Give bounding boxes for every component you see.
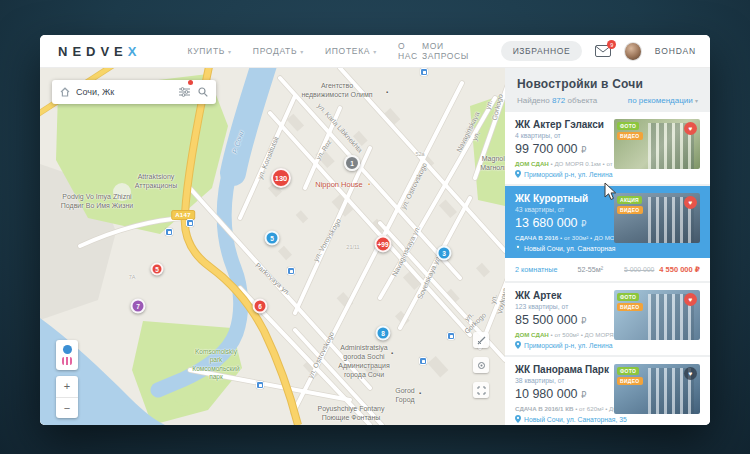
transit-layer-button[interactable] xyxy=(63,345,72,354)
pin-icon xyxy=(515,341,521,349)
photo-badge: ВИДЕО xyxy=(617,206,643,214)
mail-badge: 9 xyxy=(607,40,616,49)
photo-badge: ВИДЕО xyxy=(617,303,643,311)
favorite-button[interactable]: ♥ xyxy=(684,196,697,209)
zoom-in-button[interactable]: + xyxy=(56,376,78,398)
ruler-icon xyxy=(477,336,486,345)
my-requests-link[interactable]: МОИ ЗАПРОСЫ xyxy=(422,41,488,61)
listing-tags: ДОМ СДАН • ДО МОРЯ 0.1км • от 465м² xyxy=(515,160,608,167)
nav-item-продать[interactable]: ПРОДАТЬ▾ xyxy=(253,41,304,61)
map-marker[interactable]: 1 xyxy=(344,155,360,171)
username[interactable]: BOHDAN xyxy=(655,46,696,56)
map-marker[interactable]: 7 xyxy=(131,299,146,314)
subrow-new-price: 4 550 000 ₽ xyxy=(659,265,700,274)
listing-price: 99 700 000 ₽ xyxy=(515,142,608,156)
pin-icon xyxy=(515,170,521,178)
map-base xyxy=(40,68,505,425)
listing-address[interactable]: Новый Сочи, ул. Санаторная xyxy=(515,244,608,252)
map-marker[interactable]: 6 xyxy=(253,299,268,314)
favorites-button[interactable]: ИЗБРАННОЕ xyxy=(501,41,583,61)
subrow-old-price: 5 000 000 xyxy=(624,266,654,273)
sort-dropdown[interactable]: по рекомендации ▾ xyxy=(628,96,698,105)
listing-price: 10 980 000 ₽ xyxy=(515,387,608,401)
geolocate-button[interactable] xyxy=(473,357,489,373)
photo-badge: ВИДЕО xyxy=(617,132,643,140)
photo-badge: ФОТО xyxy=(617,367,639,375)
map-marker[interactable]: 5 xyxy=(151,263,164,276)
photo-badges: АКЦИЯВИДЕО xyxy=(617,196,643,214)
listing-address[interactable]: Новый Сочи, ул. Санаторная, 35 xyxy=(515,415,608,423)
measure-tool-button[interactable] xyxy=(473,332,489,348)
results-count: Найдено 872 объекта xyxy=(517,96,597,105)
favorite-button[interactable]: ♥ xyxy=(684,122,697,135)
listing-card[interactable]: ЖК Курортный 43 квартиры, от 13 680 000 … xyxy=(505,186,710,258)
pin-icon xyxy=(515,415,521,423)
fullscreen-button[interactable] xyxy=(473,382,489,398)
home-icon xyxy=(60,87,70,97)
listing-name: ЖК Курортный xyxy=(515,193,608,204)
listing-tags: ДОМ СДАН • от 500м² • ДО МОРЯ 0.1км xyxy=(515,331,608,338)
nav-item-ипотека[interactable]: ИПОТЕКА▾ xyxy=(325,41,377,61)
messages-button[interactable]: 9 xyxy=(595,45,611,57)
sidebar-title: Новостройки в Сочи xyxy=(517,77,698,91)
avatar[interactable] xyxy=(624,42,642,61)
listing-units: 123 квартиры, от xyxy=(515,303,608,310)
listing-subrow[interactable]: 2 комнатные52-55м²5 000 0004 550 000 ₽ xyxy=(505,258,710,281)
map-marker[interactable]: 3 xyxy=(437,246,452,261)
transit-stop-icon[interactable] xyxy=(447,332,455,340)
listing-card[interactable]: ЖК Актер Гэлакси 4 квартиры, от 99 700 0… xyxy=(505,112,710,184)
pin-icon xyxy=(515,244,521,252)
map-marker[interactable]: +99 xyxy=(375,236,392,253)
map-zoom-control: + − xyxy=(56,376,78,418)
map-marker[interactable]: 8 xyxy=(376,326,391,341)
transit-stop-icon[interactable] xyxy=(256,381,264,389)
transit-stop-icon[interactable] xyxy=(419,357,427,365)
photo-badges: ФОТОВИДЕО xyxy=(617,367,643,385)
listing-name: ЖК Актер Гэлакси xyxy=(515,119,608,130)
transit-stop-icon[interactable] xyxy=(186,219,194,227)
nav-item-о нас[interactable]: О НАС xyxy=(398,41,422,61)
zoom-out-button[interactable]: − xyxy=(56,398,78,419)
photo-badge: АКЦИЯ xyxy=(617,196,642,204)
listing-address[interactable]: Приморский р-н, ул. Ленина xyxy=(515,341,608,349)
listings-sidebar: Новостройки в Сочи Найдено 872 объекта п… xyxy=(505,68,710,425)
photo-badge: ФОТО xyxy=(617,122,639,130)
listing-card[interactable]: ЖК Артек 123 квартиры, от 85 500 000 ₽ Д… xyxy=(505,283,710,355)
listing-card[interactable]: ЖК Панорама Парк 38 квартиры, от 10 980 … xyxy=(505,357,710,425)
listing-price: 85 500 000 ₽ xyxy=(515,313,608,327)
listing-units: 43 квартиры, от xyxy=(515,206,608,213)
photo-badges: ФОТОВИДЕО xyxy=(617,293,643,311)
listing-price: 13 680 000 ₽ xyxy=(515,216,608,230)
logo[interactable]: NEDVEX xyxy=(58,44,141,59)
filters-icon xyxy=(179,87,190,97)
subrow-rooms[interactable]: 2 комнатные xyxy=(515,265,557,274)
listing-photo[interactable]: АКЦИЯВИДЕО ♥ xyxy=(614,193,700,243)
transit-stop-icon[interactable] xyxy=(165,228,173,236)
photo-badges: ФОТОВИДЕО xyxy=(617,122,643,140)
search-icon[interactable] xyxy=(198,87,208,97)
listing-name: ЖК Артек xyxy=(515,290,608,301)
listing-photo[interactable]: ФОТОВИДЕО ♥ xyxy=(614,119,700,169)
app-window: NEDVEX КУПИТЬ▾ПРОДАТЬ▾ИПОТЕКА▾О НАС МОИ … xyxy=(40,35,710,425)
nav-item-купить[interactable]: КУПИТЬ▾ xyxy=(187,41,231,61)
map-marker[interactable]: 5 xyxy=(265,231,280,246)
transit-stop-icon[interactable] xyxy=(287,267,295,275)
favorite-button[interactable]: ♥ xyxy=(684,293,697,306)
main-nav: КУПИТЬ▾ПРОДАТЬ▾ИПОТЕКА▾О НАС xyxy=(187,41,422,61)
target-icon xyxy=(477,361,486,370)
listing-name: ЖК Панорама Парк xyxy=(515,364,608,375)
map-search-bar[interactable]: Сочи, Жк xyxy=(52,80,216,104)
traffic-layer-button[interactable] xyxy=(62,357,72,365)
favorite-button[interactable]: ♥ xyxy=(684,367,697,380)
listing-photo[interactable]: ФОТОВИДЕО ♥ xyxy=(614,364,700,414)
search-input[interactable]: Сочи, Жк xyxy=(76,87,179,97)
listing-photo[interactable]: ФОТОВИДЕО ♥ xyxy=(614,290,700,340)
listing-address[interactable]: Приморский р-н, ул. Ленина xyxy=(515,170,608,178)
photo-badge: ФОТО xyxy=(617,293,639,301)
filters-button[interactable] xyxy=(179,83,190,101)
map-canvas[interactable]: "Ривьера"Агентство недвижимости Олимп▪ул… xyxy=(40,68,505,425)
expand-icon xyxy=(477,386,486,395)
map-marker[interactable]: 130 xyxy=(271,168,291,188)
transit-stop-icon[interactable] xyxy=(420,68,428,76)
listing-tags: СДАЧА В 2016/1 КВ • от 620м² • ДО МОРЯ 0… xyxy=(515,405,608,412)
